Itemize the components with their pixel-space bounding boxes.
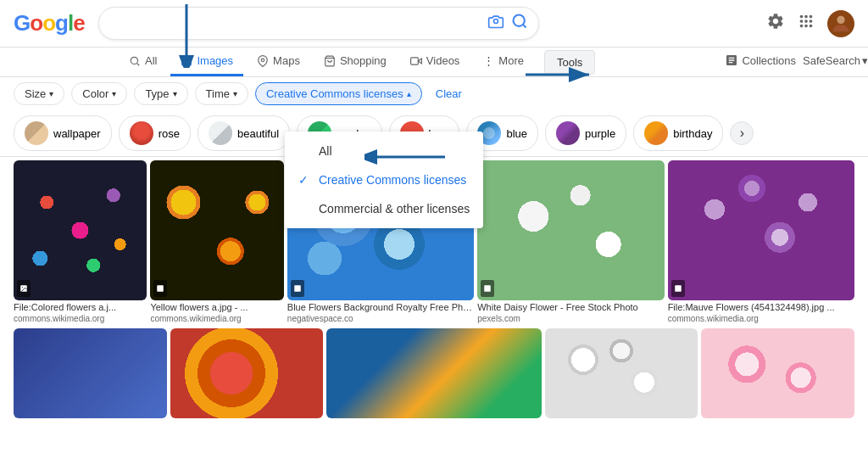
svg-point-0 — [493, 20, 498, 24]
check-cc-icon: ✓ — [298, 173, 312, 187]
image-thumb-5[interactable] — [668, 160, 854, 300]
search-box: flowers — [98, 7, 539, 40]
suggestion-rose[interactable]: rose — [119, 115, 191, 151]
svg-rect-11 — [410, 57, 418, 64]
svg-line-5 — [137, 63, 140, 65]
tools-button[interactable]: Tools — [544, 50, 595, 75]
collections-button[interactable]: Collections — [725, 53, 796, 67]
image-item-5[interactable]: File:Mauve Flowers (4541324498).jpg ... … — [668, 160, 854, 323]
svg-line-2 — [522, 25, 526, 28]
camera-icon[interactable] — [487, 13, 504, 34]
svg-rect-16 — [484, 285, 491, 292]
dropdown-item-commercial[interactable]: Commercial & other licenses — [285, 194, 483, 223]
type-chevron: ▾ — [173, 89, 177, 98]
svg-point-3 — [837, 15, 844, 23]
image-title-4: White Daisy Flower - Free Stock Photo — [477, 300, 664, 314]
dropdown-item-cc[interactable]: ✓ Creative Commons licenses — [285, 165, 483, 194]
filter-license[interactable]: Creative Commons licenses ▴ — [255, 82, 422, 105]
svg-point-8 — [261, 59, 264, 62]
nav-right: Collections SafeSearch ▾ — [725, 53, 868, 70]
svg-rect-17 — [675, 285, 682, 292]
time-chevron: ▾ — [233, 89, 237, 98]
tab-all[interactable]: All — [119, 48, 167, 76]
image-thumb-7[interactable] — [170, 328, 324, 418]
size-chevron: ▾ — [49, 89, 53, 98]
suggestion-birthday[interactable]: birthday — [633, 115, 723, 151]
image-title-5: File:Mauve Flowers (4541324498).jpg ... — [668, 300, 854, 314]
header: Google flowers — [0, 0, 868, 48]
filter-color[interactable]: Color ▾ — [71, 82, 127, 105]
dropdown-item-all[interactable]: All — [285, 137, 483, 165]
svg-marker-10 — [418, 59, 421, 64]
tab-videos[interactable]: Videos — [400, 48, 470, 76]
color-chevron: ▾ — [112, 89, 116, 98]
avatar[interactable] — [827, 10, 854, 37]
image-thumb-8[interactable] — [326, 328, 541, 418]
image-title-3: Blue Flowers Background Royalty Free Pho… — [287, 300, 474, 314]
image-source-2: commons.wikimedia.org — [150, 314, 283, 323]
svg-point-1 — [513, 15, 524, 26]
tab-images[interactable]: Images — [170, 48, 243, 76]
svg-point-13 — [22, 287, 23, 288]
image-item-1[interactable]: File:Colored flowers a.j... commons.wiki… — [14, 160, 147, 323]
license-chevron: ▴ — [407, 89, 411, 98]
google-logo[interactable]: Google — [14, 10, 85, 36]
header-right — [766, 10, 854, 37]
safe-search[interactable]: SafeSearch ▾ — [803, 54, 868, 67]
image-thumb-10[interactable] — [701, 328, 854, 418]
image-source-5: commons.wikimedia.org — [668, 314, 854, 323]
image-grid-row2 — [0, 327, 868, 420]
image-thumb-6[interactable] — [14, 328, 167, 418]
tab-maps[interactable]: Maps — [247, 48, 310, 76]
filter-type[interactable]: Type ▾ — [134, 82, 187, 105]
svg-point-4 — [131, 57, 137, 64]
tab-shopping[interactable]: Shopping — [314, 48, 397, 76]
image-title-1: File:Colored flowers a.j... — [14, 300, 147, 314]
tab-more[interactable]: ⋮ More — [473, 48, 534, 76]
apps-icon[interactable] — [797, 12, 815, 35]
clear-button[interactable]: Clear — [429, 83, 469, 104]
svg-rect-14 — [158, 285, 164, 292]
image-thumb-4[interactable] — [477, 160, 664, 300]
image-item-2[interactable]: Yellow flowers a.jpg - ... commons.wikim… — [150, 160, 283, 323]
image-title-2: Yellow flowers a.jpg - ... — [150, 300, 283, 314]
image-thumb-9[interactable] — [545, 328, 698, 418]
image-source-1: commons.wikimedia.org — [14, 314, 147, 323]
image-source-4: pexels.com — [477, 314, 664, 323]
nav-bar: All Images Maps Shopping Videos ⋮ More T… — [0, 48, 868, 77]
image-item-4[interactable]: White Daisy Flower - Free Stock Photo pe… — [477, 160, 664, 323]
filter-size[interactable]: Size ▾ — [14, 82, 64, 105]
search-button[interactable] — [511, 13, 528, 34]
image-source-3: negativespace.co — [287, 314, 474, 323]
nav-tabs: All Images Maps Shopping Videos ⋮ More T… — [119, 48, 725, 76]
svg-rect-15 — [294, 285, 301, 292]
scroll-right-button[interactable]: › — [730, 121, 754, 145]
suggestion-beautiful[interactable]: beautiful — [198, 115, 290, 151]
settings-icon[interactable] — [766, 12, 785, 35]
suggestion-purple[interactable]: purple — [545, 115, 626, 151]
image-thumb-1[interactable] — [14, 160, 147, 300]
filter-time[interactable]: Time ▾ — [195, 82, 248, 105]
license-dropdown: All ✓ Creative Commons licenses Commerci… — [285, 132, 483, 228]
search-input[interactable]: flowers — [109, 16, 481, 31]
filter-bar: Size ▾ Color ▾ Type ▾ Time ▾ Creative Co… — [0, 77, 868, 110]
image-thumb-2[interactable] — [150, 160, 283, 300]
suggestion-wallpaper[interactable]: wallpaper — [14, 115, 112, 151]
svg-point-7 — [185, 59, 186, 60]
